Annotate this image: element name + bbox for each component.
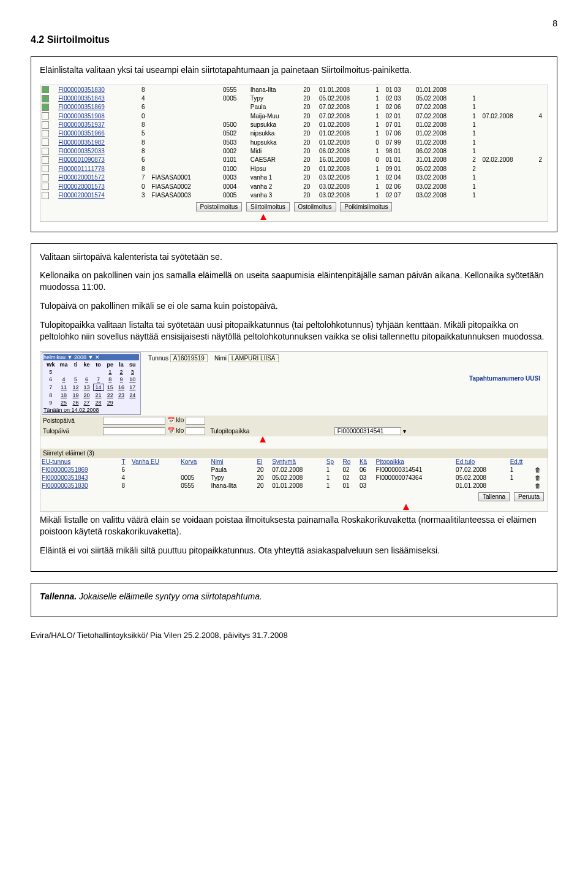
heading: 4.2 Siirtoilmoitus xyxy=(31,34,557,45)
button-row: Poistoilmoitus Siirtoilmoitus Ostoilmoit… xyxy=(40,200,548,214)
klo-label: klo xyxy=(176,417,184,423)
ostoilmoitus-button[interactable]: Ostoilmoitus xyxy=(294,202,336,211)
tunnus-value: A16019519 xyxy=(170,354,208,362)
closing-rest: Jokaiselle eläimelle syntyy oma siirtota… xyxy=(77,591,262,601)
trash-icon[interactable]: 🗑 xyxy=(533,466,548,474)
siirretyt-section: Siirretyt eläimet (3) xyxy=(40,449,548,458)
mid-p4: Tulopitopaikka valitaan listalta tai syö… xyxy=(40,319,548,343)
trash-icon[interactable]: 🗑 xyxy=(533,482,548,490)
trash-icon[interactable]: 🗑 xyxy=(533,474,548,482)
mid-p2: Kellonaika on pakollinen vain jos samall… xyxy=(40,270,548,293)
mid-p1: Valitaan siirtopäivä kalenterista tai sy… xyxy=(40,251,548,263)
closing-text: Tallenna. Jokaiselle eläimelle syntyy om… xyxy=(40,591,548,602)
arrow-to-siirtoilmoitus xyxy=(0,214,548,221)
dropdown-icon[interactable]: ▾ xyxy=(403,428,406,435)
footer: Evira/HALO/ Tietohallintoyksikkö/ Pia Vi… xyxy=(31,631,557,640)
siirtoilmoitus-button[interactable]: Siirtoilmoitus xyxy=(246,202,290,211)
tapahtuma-label: Tapahtumanumero UUSI xyxy=(148,364,546,393)
poistoilmoitus-button[interactable]: Poistoilmoitus xyxy=(196,202,243,211)
tulopaiva-input[interactable] xyxy=(103,427,165,435)
mid-p3: Tulopäivä on pakollinen mikäli se ei ole… xyxy=(40,300,548,312)
tulopaiva-klo-input[interactable] xyxy=(186,427,205,435)
today-link[interactable]: Tänään on 14.02.2008 xyxy=(43,407,139,413)
klo-label2: klo xyxy=(176,427,184,434)
poistopaiva-klo-input[interactable] xyxy=(186,417,205,425)
closing-lead: Tallenna. xyxy=(40,591,77,601)
nimi-value: LAMPURI LIISA xyxy=(228,354,279,362)
closing-box: Tallenna. Jokaiselle eläimelle syntyy om… xyxy=(31,583,557,618)
intro-text: Eläinlistalta valitaan yksi tai useampi … xyxy=(40,64,548,76)
tulopitopaikka-input[interactable]: FI000000314541 xyxy=(334,427,402,435)
intro-box: Eläinlistalta valitaan yksi tai useampi … xyxy=(31,56,557,232)
cal-month: helmikuu xyxy=(43,354,66,360)
poistopaiva-input[interactable] xyxy=(103,417,165,425)
arrow-to-tulopitopaikka xyxy=(249,435,273,444)
page-number: 8 xyxy=(31,18,557,28)
form-screenshot: helmikuu ▼ 2008 ▼ ✕ Wkmatiketopelasu5123… xyxy=(40,351,548,512)
peruuta-button[interactable]: Peruuta xyxy=(514,492,544,501)
tallenna-button[interactable]: Tallenna xyxy=(478,492,510,501)
tail-p2: Eläintä ei voi siirtää mikäli siltä puut… xyxy=(40,545,548,556)
tulopaiva-label: Tulopäivä xyxy=(40,426,100,436)
animal-table: FI00000035183080555Ihana-Ilta2001.01.200… xyxy=(40,85,548,200)
middle-box: Valitaan siirtopäivä kalenterista tai sy… xyxy=(31,243,557,572)
poikimisilmoitus-button[interactable]: Poikimisilmoitus xyxy=(340,202,392,211)
tunnus-label: Tunnus xyxy=(148,355,168,362)
calendar-grid[interactable]: Wkmatiketopelasu512364567891071112131415… xyxy=(43,360,139,407)
animal-list-screenshot: FI00000035183080555Ihana-Ilta2001.01.200… xyxy=(40,85,548,222)
tail-p1: Mikäli listalle on valittu väärä eläin s… xyxy=(40,514,548,537)
arrow-to-tallenna xyxy=(403,504,409,510)
siirretyt-table: EU-tunnusTVanha EUKorvaNimiElSyntymäSpRo… xyxy=(40,458,548,490)
nimi-label: Nimi xyxy=(214,355,227,362)
cal-year: 2008 xyxy=(74,354,86,360)
poistopaiva-label: Poistopäivä xyxy=(40,416,100,426)
calendar-widget[interactable]: helmikuu ▼ 2008 ▼ ✕ Wkmatiketopelasu5123… xyxy=(42,352,141,415)
